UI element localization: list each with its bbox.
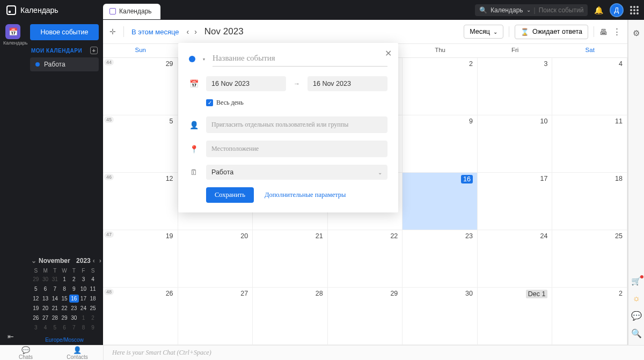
brightness-icon[interactable]: ☼	[632, 293, 640, 303]
calendar-day[interactable]: 2	[552, 288, 627, 345]
calendar-day[interactable]: 29	[328, 288, 403, 345]
calendar-day[interactable]: 24	[478, 230, 553, 288]
calendar-day[interactable]: 21	[253, 230, 328, 288]
mini-day[interactable]: 5	[50, 324, 60, 332]
search-icon[interactable]: 🔍	[631, 328, 642, 339]
add-calendar-button[interactable]: +	[90, 47, 98, 54]
mini-day[interactable]: 22	[60, 304, 69, 312]
calendar-day[interactable]: 18	[552, 173, 627, 230]
mini-day[interactable]: 31	[50, 275, 60, 283]
mini-day[interactable]: 30	[69, 314, 79, 322]
more-options-link[interactable]: Дополнительные параметры	[265, 191, 346, 199]
mini-day[interactable]: 2	[88, 314, 98, 322]
calendar-day[interactable]: Dec 1	[478, 288, 553, 345]
this-month-link[interactable]: В этом месяце	[131, 28, 179, 36]
mini-day[interactable]: 24	[79, 304, 89, 312]
mini-day[interactable]: 26	[31, 314, 41, 322]
mini-day[interactable]: 23	[69, 304, 79, 312]
mini-day[interactable]: 20	[41, 304, 50, 312]
mini-day[interactable]: 6	[60, 324, 69, 332]
mini-day[interactable]: 4	[88, 275, 98, 283]
mini-next[interactable]: ›	[99, 257, 101, 265]
calendar-day[interactable]: 16	[402, 173, 478, 230]
print-icon[interactable]: 🖶	[599, 27, 608, 36]
search-scope[interactable]: Календарь	[491, 6, 523, 14]
mini-day[interactable]: 16	[69, 295, 79, 303]
date-to-field[interactable]: 16 Nov 2023	[308, 76, 387, 91]
avatar[interactable]: Д	[610, 3, 624, 17]
bell-icon[interactable]: 🔔	[594, 6, 603, 14]
gear-icon[interactable]: ⚙	[633, 28, 640, 38]
calendar-day[interactable]: 20	[178, 230, 253, 288]
mini-day[interactable]: 29	[31, 275, 41, 283]
calendar-day[interactable]: 26	[103, 288, 178, 345]
mini-day[interactable]: 12	[31, 295, 41, 303]
calendar-day[interactable]: 5	[103, 115, 178, 173]
mini-day[interactable]: 8	[60, 285, 69, 293]
mini-day[interactable]: 19	[31, 304, 41, 312]
calendar-day[interactable]: 29	[103, 58, 178, 115]
mini-day[interactable]: 10	[79, 285, 89, 293]
smart-chat-hint[interactable]: Here is your Smart Chat (Ctrl+Space)	[103, 346, 644, 360]
close-icon[interactable]: ✕	[385, 48, 392, 58]
all-day-checkbox[interactable]: ✓	[206, 99, 213, 106]
chat-icon[interactable]: 💬	[631, 311, 642, 321]
search-box[interactable]: 🔍 Календарь ⌄ |	[475, 4, 588, 16]
invite-field[interactable]: Пригласить отдельных пользователей или г…	[206, 116, 387, 133]
mini-day[interactable]: 3	[31, 324, 41, 332]
mini-day[interactable]: 30	[41, 275, 50, 283]
calendar-day[interactable]: 22	[328, 230, 403, 288]
mini-day[interactable]: 13	[41, 295, 50, 303]
mini-day[interactable]: 14	[50, 295, 60, 303]
mini-day[interactable]: 15	[60, 295, 69, 303]
mini-day[interactable]: 9	[88, 324, 98, 332]
calendar-item-work[interactable]: Работа	[30, 57, 99, 71]
mini-day[interactable]: 7	[50, 285, 60, 293]
mini-day[interactable]: 25	[88, 304, 98, 312]
calendar-day[interactable]: 25	[552, 230, 627, 288]
chats-tab[interactable]: 💬 Chats	[0, 344, 52, 361]
cart-icon[interactable]: 🛒	[631, 276, 641, 286]
next-month[interactable]: ›	[194, 27, 197, 36]
mini-day[interactable]: 5	[31, 285, 41, 293]
view-select[interactable]: Месяц ⌄	[464, 25, 503, 39]
prev-month[interactable]: ‹	[186, 27, 189, 36]
calendar-day[interactable]: 2	[402, 58, 478, 115]
more-icon[interactable]: ⋮	[613, 27, 621, 36]
calendar-day[interactable]: 9	[402, 115, 478, 173]
calendar-day[interactable]: 27	[178, 288, 253, 345]
calendar-day[interactable]: 19	[103, 230, 178, 288]
collapse-icon[interactable]: ⇤	[8, 332, 14, 341]
chevron-down-icon[interactable]: ⌄	[31, 257, 36, 265]
mini-day[interactable]: 21	[50, 304, 60, 312]
event-color-dot[interactable]	[189, 56, 195, 62]
calendar-day[interactable]: 11	[552, 115, 627, 173]
calendar-day[interactable]: 4	[552, 58, 627, 115]
event-title-input[interactable]	[213, 52, 387, 67]
mini-day[interactable]: 2	[69, 275, 79, 283]
date-from-field[interactable]: 16 Nov 2023	[206, 76, 286, 91]
mini-day[interactable]: 17	[79, 295, 89, 303]
calendar-day[interactable]: 12	[103, 173, 178, 230]
mini-day[interactable]: 7	[69, 324, 79, 332]
contacts-tab[interactable]: 👤 Contacts	[52, 344, 103, 361]
mini-day[interactable]: 3	[79, 275, 89, 283]
mini-day[interactable]: 9	[69, 285, 79, 293]
mini-day[interactable]: 1	[60, 275, 69, 283]
location-field[interactable]: Местоположение	[206, 141, 387, 157]
mini-day[interactable]: 29	[60, 314, 69, 322]
calendar-day[interactable]: 17	[478, 173, 553, 230]
mini-day[interactable]: 28	[50, 314, 60, 322]
calendar-day[interactable]: 10	[478, 115, 553, 173]
calendar-day[interactable]: 3	[478, 58, 553, 115]
add-icon[interactable]: ✛	[109, 27, 116, 36]
mini-prev[interactable]: ‹	[93, 257, 95, 265]
mini-day[interactable]: 1	[79, 314, 89, 322]
mini-day[interactable]: 11	[88, 285, 98, 293]
tab-calendar[interactable]: Календарь	[103, 4, 160, 19]
mini-day[interactable]: 18	[88, 295, 98, 303]
calendar-day[interactable]: 28	[253, 288, 328, 345]
search-input[interactable]	[539, 6, 619, 14]
apps-icon[interactable]	[630, 6, 639, 14]
mini-day[interactable]: 27	[41, 314, 50, 322]
